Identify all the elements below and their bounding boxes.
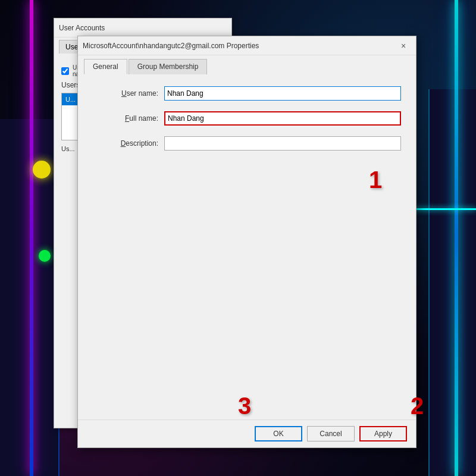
username-label: User name: — [93, 89, 164, 98]
ua-title: User Accounts — [59, 24, 105, 32]
tab-general[interactable]: General — [84, 59, 127, 74]
description-input[interactable] — [164, 136, 401, 151]
dialog-titlebar: MicrosoftAccount\nhandangutc2@gmail.com … — [78, 36, 416, 55]
username-input[interactable] — [164, 86, 401, 101]
dialog-footer: OK Cancel Apply — [78, 419, 416, 447]
fullname-row: Full name: — [93, 111, 401, 126]
fullname-input[interactable] — [164, 111, 401, 126]
apply-button[interactable]: Apply — [359, 426, 407, 441]
neon-bar-left — [30, 0, 33, 476]
dialog-tabs: General Group Membership — [78, 55, 416, 74]
properties-dialog: MicrosoftAccount\nhandangutc2@gmail.com … — [77, 36, 416, 448]
green-glow-circle — [39, 250, 51, 262]
neon-bar-right — [455, 0, 458, 476]
ua-checkbox[interactable] — [61, 67, 69, 75]
username-row: User name: — [93, 86, 401, 101]
dialog-close-button[interactable]: × — [396, 38, 411, 54]
fullname-label: Full name: — [93, 114, 164, 123]
description-row: Description: — [93, 136, 401, 151]
yellow-glow-circle — [33, 161, 51, 178]
dialog-content: User name: Full name: Description: — [78, 74, 416, 419]
ua-titlebar: User Accounts — [54, 18, 231, 37]
dialog-title: MicrosoftAccount\nhandangutc2@gmail.com … — [83, 42, 259, 50]
building-right — [428, 89, 476, 476]
tab-group-membership[interactable]: Group Membership — [129, 59, 208, 74]
ok-button[interactable]: OK — [255, 426, 302, 441]
cancel-button[interactable]: Cancel — [307, 426, 355, 441]
description-label: Description: — [93, 139, 164, 148]
